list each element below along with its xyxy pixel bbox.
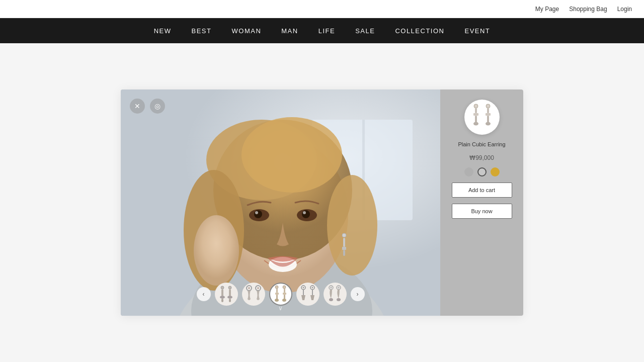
svg-point-14	[254, 210, 262, 218]
svg-rect-61	[487, 108, 489, 113]
thumbnail-3[interactable]	[269, 283, 292, 306]
next-button[interactable]: ›	[351, 287, 365, 301]
svg-rect-40	[275, 293, 279, 295]
thumbnail-1[interactable]	[215, 283, 238, 306]
svg-point-66	[473, 122, 478, 126]
svg-rect-65	[487, 116, 489, 123]
svg-rect-63	[486, 113, 491, 116]
svg-rect-26	[221, 289, 223, 296]
scroll-indicator[interactable]: ∨	[278, 305, 283, 312]
prev-button[interactable]: ‹	[197, 287, 211, 301]
svg-point-55	[338, 287, 340, 289]
my-page-link[interactable]: My Page	[535, 6, 559, 13]
svg-point-16	[255, 211, 258, 214]
nav-item-best[interactable]: BEST	[192, 25, 212, 37]
nav-item-life[interactable]: LIFE	[318, 25, 335, 37]
svg-point-20	[342, 233, 346, 237]
svg-rect-39	[284, 289, 285, 293]
svg-rect-27	[229, 289, 231, 296]
nav-bar: NEW BEST WOMAN MAN LIFE SALE COLLECTION …	[0, 18, 644, 43]
svg-point-49	[311, 287, 313, 289]
svg-point-17	[303, 211, 306, 214]
main-content: ✕ ◎ ‹	[0, 43, 644, 362]
nav-item-collection[interactable]: COLLECTION	[395, 25, 444, 37]
buy-now-button[interactable]: Buy now	[452, 204, 512, 219]
add-to-cart-button[interactable]: Add to cart	[452, 183, 512, 198]
nav-item-new[interactable]: NEW	[154, 25, 172, 37]
thumbnail-5[interactable]	[324, 283, 347, 306]
svg-point-15	[302, 210, 310, 218]
color-gold[interactable]	[491, 167, 500, 176]
image-section: ✕ ◎ ‹	[121, 89, 440, 316]
utility-bar: My Page Shopping Bag Login	[0, 0, 644, 18]
nav-item-man[interactable]: MAN	[281, 25, 298, 37]
svg-point-35	[257, 287, 259, 289]
svg-point-11	[327, 175, 377, 276]
svg-rect-21	[343, 238, 345, 247]
svg-rect-60	[475, 108, 477, 113]
svg-point-53	[330, 287, 332, 289]
color-options	[464, 167, 500, 176]
svg-rect-22	[342, 247, 346, 250]
svg-rect-62	[473, 113, 478, 116]
svg-point-29	[227, 296, 232, 299]
shopping-bag-link[interactable]: Shopping Bag	[569, 6, 607, 13]
share-button[interactable]: ◎	[150, 99, 165, 114]
svg-point-44	[275, 299, 279, 302]
product-viewer: ✕ ◎ ‹	[121, 89, 523, 316]
svg-point-37	[283, 286, 286, 289]
svg-point-36	[275, 286, 278, 289]
viewer-controls: ✕ ◎	[130, 99, 165, 114]
product-image	[464, 100, 500, 135]
color-light-gray[interactable]	[477, 167, 487, 176]
svg-point-33	[248, 287, 250, 289]
login-link[interactable]: Login	[617, 6, 632, 13]
svg-point-28	[220, 296, 225, 299]
svg-rect-31	[229, 299, 231, 302]
svg-point-58	[474, 104, 478, 108]
product-name: Plain Cubic Earring	[458, 141, 505, 148]
color-silver[interactable]	[464, 167, 473, 176]
close-button[interactable]: ✕	[130, 99, 145, 114]
svg-point-24	[221, 286, 224, 289]
thumbnail-2[interactable]	[242, 283, 265, 306]
nav-item-event[interactable]: EVENT	[464, 25, 490, 37]
product-panel: Plain Cubic Earring ₩99,000 Add to cart …	[440, 89, 523, 316]
svg-rect-23	[343, 250, 345, 256]
svg-point-48	[302, 287, 304, 289]
svg-point-67	[486, 122, 491, 126]
svg-rect-30	[221, 299, 223, 302]
nav-item-woman[interactable]: WOMAN	[232, 25, 262, 37]
svg-rect-38	[276, 289, 278, 293]
svg-point-57	[337, 298, 341, 301]
svg-point-9	[242, 117, 342, 193]
svg-point-25	[228, 286, 231, 289]
nav-item-sale[interactable]: SALE	[355, 25, 375, 37]
svg-rect-64	[475, 116, 477, 123]
svg-point-45	[282, 299, 286, 302]
svg-point-59	[486, 104, 490, 108]
svg-rect-41	[283, 293, 286, 295]
product-price: ₩99,000	[469, 154, 494, 161]
svg-point-19	[194, 215, 239, 286]
thumbnail-strip: ‹	[121, 283, 440, 306]
thumbnail-4[interactable]	[296, 283, 319, 306]
svg-point-56	[329, 298, 333, 301]
model-photo	[121, 89, 440, 316]
